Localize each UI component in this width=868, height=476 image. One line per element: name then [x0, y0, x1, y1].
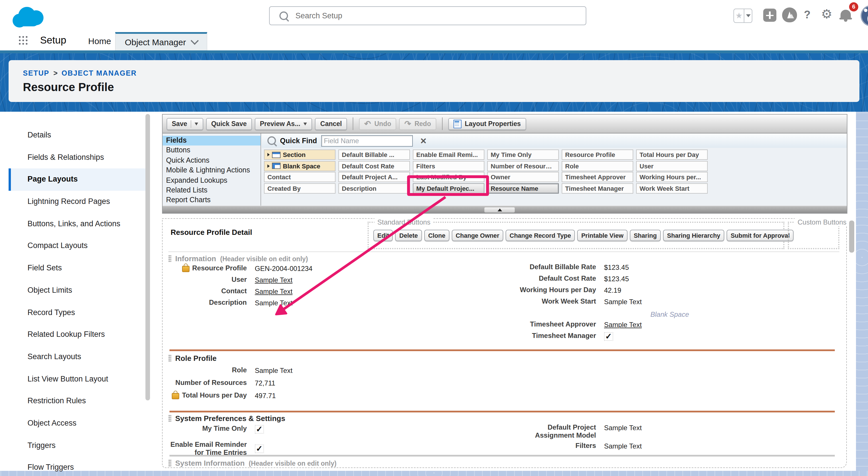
sidebar-item-object-access[interactable]: Object Access: [8, 412, 148, 435]
favorites-dropdown-icon[interactable]: [745, 9, 752, 22]
field-row[interactable]: My Time Only✓: [163, 425, 264, 434]
app-launcher-icon[interactable]: [19, 36, 28, 45]
palette-item[interactable]: Default Billable ...: [338, 149, 410, 160]
quick-create-icon[interactable]: [763, 8, 776, 22]
change-owner-button[interactable]: Change Owner: [452, 230, 503, 241]
sidebar-item-list-view-button-layout[interactable]: List View Button Layout: [8, 368, 148, 390]
field-row[interactable]: Default Cost Rate$123.45: [512, 275, 629, 283]
sidebar-item-field-sets[interactable]: Field Sets: [8, 257, 148, 279]
palette-category-related-lists[interactable]: Related Lists: [163, 186, 260, 196]
drag-handle-icon[interactable]: [168, 415, 171, 422]
field-row[interactable]: Default Billable Rate$123.45: [512, 264, 629, 271]
palette-item[interactable]: My Time Only: [487, 149, 559, 160]
section-header-system-information[interactable]: System Information (Header visible on ed…: [168, 459, 336, 468]
field-row[interactable]: Timesheet Manager✓: [512, 332, 613, 341]
clear-icon[interactable]: ✕: [420, 136, 427, 145]
palette-item[interactable]: Role: [562, 161, 633, 171]
palette-item[interactable]: Enable Email Remi...: [413, 149, 485, 160]
trailhead-icon[interactable]: [782, 7, 797, 22]
sidebar-item-triggers[interactable]: Triggers: [8, 435, 148, 456]
palette-item[interactable]: User: [636, 161, 708, 171]
save-button[interactable]: Save: [166, 118, 203, 130]
quick-save-button[interactable]: Quick Save: [206, 118, 252, 130]
drag-handle-icon[interactable]: [168, 459, 171, 467]
palette-item-blank-space[interactable]: Blank Space: [264, 161, 336, 171]
sidebar-item-fields-relationships[interactable]: Fields & Relationships: [8, 146, 148, 169]
palette-item[interactable]: Contact: [264, 172, 336, 182]
drag-handle-icon[interactable]: [168, 355, 171, 362]
favorite-star-icon[interactable]: ★: [734, 9, 745, 22]
palette-item-section[interactable]: Section: [264, 149, 336, 160]
undo-button[interactable]: ↶Undo: [359, 118, 396, 130]
palette-item[interactable]: Timesheet Approver: [562, 172, 633, 182]
global-search-box[interactable]: [269, 6, 586, 25]
field-row[interactable]: UserSample Text: [163, 276, 292, 284]
palette-category-fields[interactable]: Fields: [163, 136, 260, 146]
sidebar-scrollbar[interactable]: [146, 114, 150, 400]
tab-object-manager[interactable]: Object Manager: [115, 32, 207, 51]
field-row[interactable]: Resource ProfileGEN-2004-001234: [163, 265, 312, 273]
palette-item[interactable]: Work Week Start: [636, 183, 708, 193]
palette-item[interactable]: Resource Profile: [562, 149, 633, 160]
preview-as-button[interactable]: Preview As...: [255, 118, 312, 130]
field-row[interactable]: Timesheet ApproverSample Text: [512, 321, 642, 329]
field-row[interactable]: Total Hours per Day497.71: [163, 392, 276, 400]
field-row[interactable]: Enable Email Reminder for Time Entries✓: [163, 441, 264, 456]
submit-for-approval-button[interactable]: Submit for Approval: [726, 230, 794, 241]
section-header-role-profile[interactable]: Role Profile: [168, 354, 217, 363]
field-row[interactable]: DescriptionSample Text: [163, 299, 292, 307]
field-row[interactable]: Default Project Assignment ModelSample T…: [512, 424, 642, 439]
palette-item[interactable]: Description: [338, 183, 410, 193]
blank-space-placeholder[interactable]: Blank Space: [650, 310, 689, 319]
canvas-scrollbar[interactable]: [849, 220, 854, 252]
field-row[interactable]: RoleSample Text: [163, 366, 292, 375]
field-row[interactable]: Working Hours per Day42.19: [512, 287, 621, 294]
sidebar-item-record-types[interactable]: Record Types: [8, 302, 148, 324]
palette-item[interactable]: Working Hours per...: [636, 172, 708, 182]
sidebar-item-restriction-rules[interactable]: Restriction Rules: [8, 390, 148, 412]
drag-handle-icon[interactable]: [168, 255, 171, 262]
sidebar-item-page-layouts[interactable]: Page Layouts: [8, 169, 148, 191]
field-row[interactable]: ContactSample Text: [163, 288, 292, 296]
palette-item-resource-name[interactable]: Resource Name: [487, 183, 559, 193]
section-header-information[interactable]: Information (Header visible on edit only…: [168, 254, 308, 263]
sidebar-item-buttons-links-actions[interactable]: Buttons, Links, and Actions: [8, 213, 148, 235]
setup-gear-icon[interactable]: ⚙: [821, 7, 832, 22]
palette-item[interactable]: Default Cost Rate: [338, 161, 410, 171]
delete-button[interactable]: Delete: [395, 230, 422, 241]
palette-category-quick-actions[interactable]: Quick Actions: [163, 156, 260, 166]
cancel-button[interactable]: Cancel: [315, 118, 347, 130]
sidebar-item-compact-layouts[interactable]: Compact Layouts: [8, 235, 148, 257]
user-avatar[interactable]: [861, 5, 868, 26]
palette-item[interactable]: Default Project A...: [338, 172, 410, 182]
field-row[interactable]: Number of Resources72,711: [163, 379, 275, 387]
palette-item[interactable]: Total Hours per Day: [636, 149, 708, 160]
layout-properties-button[interactable]: Layout Properties: [448, 118, 526, 130]
save-dropdown-icon[interactable]: [195, 122, 198, 125]
palette-item[interactable]: Created By: [264, 183, 336, 193]
sidebar-item-search-layouts[interactable]: Search Layouts: [8, 346, 148, 368]
clone-button[interactable]: Clone: [424, 230, 450, 241]
palette-item[interactable]: Owner: [487, 172, 559, 182]
edit-button[interactable]: Edit: [373, 230, 393, 241]
breadcrumb-object-manager[interactable]: OBJECT MANAGER: [62, 69, 137, 77]
palette-item[interactable]: Number of Resources: [487, 161, 559, 171]
printable-view-button[interactable]: Printable View: [577, 230, 627, 241]
search-input[interactable]: [294, 11, 571, 21]
favorites-control[interactable]: ★: [734, 8, 752, 23]
redo-button[interactable]: ↷Redo: [399, 118, 436, 130]
sidebar-item-lightning-record-pages[interactable]: Lightning Record Pages: [8, 191, 148, 213]
palette-item[interactable]: Filters: [413, 161, 485, 171]
section-header-system-preferences[interactable]: System Preferences & Settings: [168, 414, 285, 423]
sharing-hierarchy-button[interactable]: Sharing Hierarchy: [663, 230, 724, 241]
sharing-button[interactable]: Sharing: [630, 230, 661, 241]
change-record-type-button[interactable]: Change Record Type: [505, 230, 575, 241]
sidebar-item-object-limits[interactable]: Object Limits: [8, 279, 148, 302]
palette-category-report-charts[interactable]: Report Charts: [163, 196, 260, 206]
palette-category-buttons[interactable]: Buttons: [163, 146, 260, 156]
quick-find-input[interactable]: [321, 135, 412, 146]
palette-collapse-handle[interactable]: [485, 207, 515, 212]
sidebar-item-flow-triggers[interactable]: Flow Triggers: [8, 457, 148, 476]
help-icon[interactable]: ?: [804, 8, 810, 21]
breadcrumb-setup[interactable]: SETUP: [23, 69, 49, 77]
